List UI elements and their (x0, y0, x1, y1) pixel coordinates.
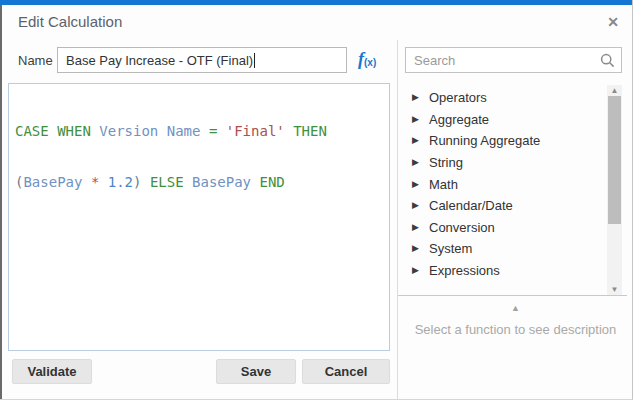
formula-token: THEN (293, 123, 327, 139)
category-label: String (429, 155, 463, 170)
function-category-running-aggregate[interactable]: ▶ Running Aggregate (398, 130, 607, 152)
expand-arrow-icon: ▶ (412, 244, 422, 253)
category-label: Calendar/Date (429, 198, 513, 213)
name-input[interactable]: Base Pay Increase - OTF (Final) (57, 47, 347, 73)
edit-calculation-dialog: Edit Calculation ✕ Name Base Pay Increas… (0, 0, 633, 400)
formula-token: Version Name (99, 123, 209, 139)
text-cursor (254, 53, 255, 68)
category-label: Running Aggregate (429, 133, 540, 148)
expand-arrow-icon: ▶ (412, 115, 422, 124)
scroll-down-icon[interactable]: ▼ (607, 284, 622, 295)
formula-token: END (259, 174, 284, 190)
name-field-label: Name (18, 53, 53, 68)
formula-token: * (91, 174, 108, 190)
expand-arrow-icon: ▶ (412, 136, 422, 145)
function-description-hint: Select a function to see description (398, 322, 633, 337)
validate-button[interactable]: Validate (12, 359, 92, 384)
expand-arrow-icon: ▶ (412, 266, 422, 275)
formula-token: 1.2 (108, 174, 133, 190)
function-category-conversion[interactable]: ▶ Conversion (398, 217, 607, 239)
formula-token: ) (133, 174, 150, 190)
function-category-expressions[interactable]: ▶ Expressions (398, 260, 607, 282)
search-input[interactable] (406, 48, 621, 72)
formula-editor[interactable]: CASE WHEN Version Name = 'Final' THEN (B… (8, 83, 390, 351)
formula-fx-button[interactable]: f(x) (358, 49, 388, 71)
category-label: Operators (429, 90, 487, 105)
expand-arrow-icon: ▶ (412, 180, 422, 189)
formula-line: CASE WHEN Version Name = 'Final' THEN (15, 123, 383, 140)
category-label: Aggregate (429, 112, 489, 127)
collapse-up-icon[interactable]: ▲ (398, 303, 633, 313)
category-label: System (429, 241, 472, 256)
name-input-value: Base Pay Increase - OTF (Final) (66, 53, 253, 68)
expand-arrow-icon: ▶ (412, 201, 422, 210)
category-label: Expressions (429, 263, 500, 278)
function-category-aggregate[interactable]: ▶ Aggregate (398, 109, 607, 131)
save-button[interactable]: Save (216, 359, 296, 384)
function-search-box (405, 47, 622, 73)
accent-top-bar (0, 0, 632, 5)
category-label: Math (429, 177, 458, 192)
scroll-up-icon[interactable]: ▲ (607, 85, 622, 96)
expand-arrow-icon: ▶ (412, 158, 422, 167)
scrollbar-thumb[interactable] (608, 96, 621, 224)
search-icon[interactable] (600, 53, 615, 68)
function-category-calendar-date[interactable]: ▶ Calendar/Date (398, 195, 607, 217)
function-list-scrollbar[interactable]: ▲ ▼ (607, 85, 622, 295)
function-category-operators[interactable]: ▶ Operators (398, 87, 607, 109)
close-icon[interactable]: ✕ (602, 11, 624, 33)
cancel-button[interactable]: Cancel (302, 359, 390, 384)
function-category-string[interactable]: ▶ String (398, 152, 607, 174)
formula-line: (BasePay * 1.2) ELSE BasePay END (15, 174, 383, 191)
description-divider (398, 295, 627, 296)
expand-arrow-icon: ▶ (412, 93, 422, 102)
function-category-list: ▶ Operators ▶ Aggregate ▶ Running Aggreg… (398, 87, 607, 281)
formula-token: CASE WHEN (15, 123, 99, 139)
function-category-system[interactable]: ▶ System (398, 238, 607, 260)
formula-token: BasePay (23, 174, 90, 190)
dialog-title: Edit Calculation (18, 13, 122, 30)
dialog-left-border (0, 5, 2, 400)
formula-token: 'Final' (226, 123, 293, 139)
formula-token: BasePay (192, 174, 259, 190)
category-label: Conversion (429, 220, 495, 235)
formula-token: ELSE (150, 174, 192, 190)
function-category-math[interactable]: ▶ Math (398, 173, 607, 195)
expand-arrow-icon: ▶ (412, 223, 422, 232)
formula-token: = (209, 123, 226, 139)
